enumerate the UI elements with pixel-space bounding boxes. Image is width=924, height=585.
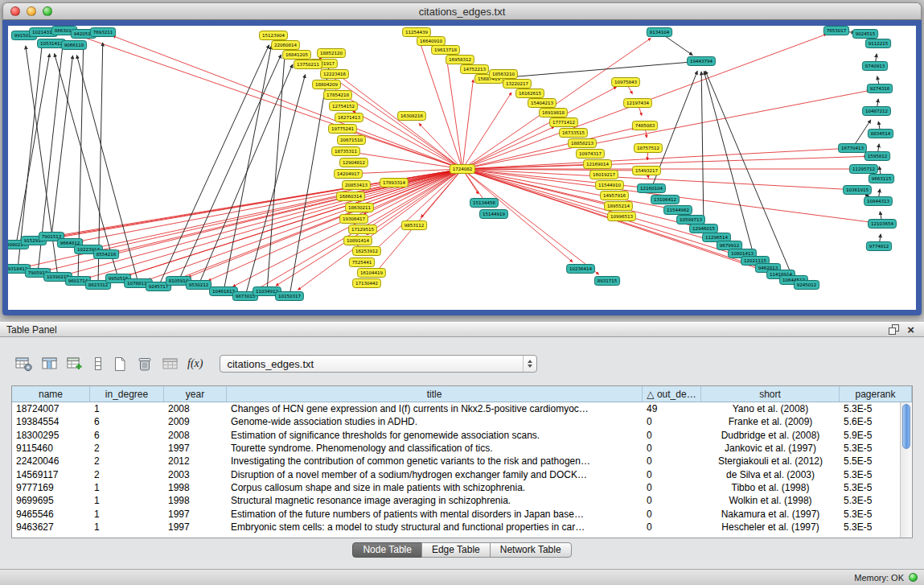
graph-node[interactable]: 18630211 — [346, 204, 374, 212]
graph-node[interactable]: 9774812 — [866, 242, 891, 251]
graph-node[interactable]: 16308216 — [398, 112, 426, 121]
vertical-scrollbar[interactable] — [900, 402, 912, 538]
graph-node[interactable]: 12169014 — [584, 160, 612, 169]
scrollbar-thumb[interactable] — [902, 404, 910, 449]
graph-node[interactable]: 12197434 — [624, 99, 652, 108]
graph-node[interactable]: 16860314 — [337, 192, 365, 201]
graph-node[interactable]: 7693211 — [90, 28, 115, 37]
graph-node[interactable]: 18757512 — [634, 144, 663, 153]
table-row[interactable]: 1938455462009Genome-wide association stu… — [12, 415, 912, 428]
function-builder-button[interactable]: f(x) — [183, 356, 207, 372]
graph-node[interactable]: 16104419 — [358, 269, 386, 278]
graph-node[interactable]: 16019217 — [590, 171, 618, 179]
graph-node[interactable]: 10844313 — [864, 197, 893, 206]
graph-node[interactable]: 11296514 — [703, 233, 731, 242]
graph-node[interactable]: 16733515 — [560, 129, 588, 138]
graph-node[interactable]: 10996513 — [608, 212, 636, 221]
graph-node[interactable]: 16253912 — [353, 247, 381, 256]
graph-node[interactable]: 10891414 — [344, 237, 372, 245]
column-header-in_degree[interactable]: in_degree — [90, 386, 164, 402]
graph-node[interactable]: 18955214 — [605, 202, 633, 211]
graph-node[interactable]: 10974317 — [577, 150, 605, 159]
graph-node[interactable]: 1724082 — [450, 165, 474, 174]
table-row[interactable]: 1456911722003Disruption of a novel membe… — [12, 468, 912, 480]
graph-node[interactable]: 11254439 — [403, 28, 431, 37]
column-header-title[interactable]: title — [227, 386, 643, 402]
graph-node[interactable]: 19306417 — [340, 215, 368, 224]
graph-node[interactable]: 12946015 — [690, 225, 718, 233]
graph-node[interactable]: 20671510 — [338, 136, 366, 145]
float-panel-button[interactable] — [884, 324, 904, 335]
graph-node[interactable]: 18735311 — [332, 147, 360, 156]
graph-node[interactable]: 17893314 — [380, 179, 409, 187]
graph-node[interactable]: 12103654 — [869, 220, 897, 229]
graph-node[interactable]: 9245012 — [794, 281, 819, 290]
graph-node[interactable]: 15123904 — [260, 31, 288, 40]
graph-node[interactable]: 10361915 — [844, 186, 872, 195]
graph-node[interactable]: 8834514 — [868, 130, 893, 138]
graph-node[interactable]: 22060814 — [272, 41, 300, 50]
graph-node[interactable]: 16958312 — [446, 56, 474, 64]
graph-node[interactable]: 1595812 — [864, 152, 889, 161]
table-options-button[interactable] — [11, 355, 37, 373]
network-window-titlebar[interactable]: citations_edges.txt — [2, 2, 922, 20]
graph-node[interactable]: 10975843 — [612, 78, 640, 87]
graph-node[interactable]: 10599713 — [677, 216, 705, 225]
graph-node[interactable]: 15134456 — [470, 199, 499, 208]
graph-node[interactable]: 12160104 — [638, 184, 666, 193]
graph-node[interactable]: 16770413 — [839, 144, 867, 153]
delete-column-button[interactable] — [132, 355, 158, 373]
column-header-out_de[interactable]: △ out_de… — [643, 386, 701, 402]
graph-node[interactable]: 10487212 — [863, 107, 891, 116]
tab-edge-table[interactable]: Edge Table — [421, 542, 491, 558]
tab-network-table[interactable]: Network Table — [490, 542, 572, 558]
graph-node[interactable]: 12754152 — [330, 102, 358, 111]
graph-node[interactable]: 18563210 — [490, 70, 518, 79]
graph-node[interactable]: 9274316 — [867, 84, 892, 93]
table-row[interactable]: 969969511998Structural magnetic resonanc… — [12, 494, 912, 507]
table-row[interactable]: 2242004622012Investigating the contribut… — [12, 455, 912, 468]
graph-node[interactable]: 14752213 — [461, 65, 489, 74]
tab-node-table[interactable]: Node Table — [352, 542, 422, 558]
table-row[interactable]: 977716911998Corpus callosum shape and si… — [12, 481, 912, 494]
graph-node[interactable]: 15144919 — [480, 210, 508, 219]
graph-node[interactable]: 13106412 — [651, 196, 680, 204]
table-select[interactable]: citations_edges.txt — [220, 355, 537, 373]
graph-node[interactable]: 8554216 — [93, 250, 118, 259]
graph-node[interactable]: 17130442 — [353, 279, 381, 288]
graph-node[interactable]: 15404213 — [528, 99, 556, 108]
graph-node[interactable]: 19775241 — [329, 125, 357, 134]
graph-node[interactable]: 13220217 — [503, 80, 532, 89]
graph-node[interactable]: 17854218 — [324, 91, 352, 100]
graph-node[interactable]: 11295712 — [850, 165, 878, 174]
table-row[interactable]: 1830029562008Estimation of significance … — [12, 429, 912, 442]
graph-node[interactable]: 18858213 — [569, 139, 597, 148]
graph-node[interactable]: 16841205 — [283, 51, 311, 60]
graph-node[interactable]: 13750211 — [294, 60, 322, 69]
graph-node[interactable]: 17129515 — [349, 225, 377, 234]
import-table-button[interactable] — [63, 355, 88, 373]
graph-node[interactable]: 8740913 — [862, 62, 887, 71]
graph-node[interactable]: 10150317 — [276, 292, 304, 301]
graph-node[interactable]: 14204917 — [335, 170, 363, 179]
graph-node[interactable]: 19443794 — [688, 57, 716, 66]
graph-node[interactable]: 17771412 — [550, 118, 578, 127]
row-options-button[interactable] — [88, 355, 108, 373]
network-graph-svg[interactable]: 1724082188521201602191712223416188042091… — [8, 26, 916, 310]
graph-node[interactable]: 18852120 — [318, 49, 346, 58]
column-header-name[interactable]: name — [12, 386, 90, 402]
graph-node[interactable]: 16162615 — [516, 89, 544, 98]
graph-node[interactable]: 9853112 — [401, 221, 426, 230]
column-chooser-button[interactable] — [37, 355, 63, 373]
graph-node[interactable]: 7525441 — [349, 258, 374, 267]
graph-node[interactable]: 9679912 — [717, 241, 741, 250]
graph-node[interactable]: 7485083 — [632, 122, 657, 130]
graph-node[interactable]: 9112215 — [865, 39, 890, 48]
graph-node[interactable]: 15493217 — [633, 167, 661, 175]
graph-node[interactable]: 11544910 — [596, 181, 624, 190]
column-header-pagerank[interactable]: pagerank — [840, 386, 912, 402]
column-header-short[interactable]: short — [701, 386, 840, 402]
column-header-year[interactable]: year — [164, 386, 227, 402]
minimize-window-button[interactable] — [27, 6, 36, 16]
table-row[interactable]: 1872400712008Changes of HCN gene express… — [12, 402, 912, 415]
